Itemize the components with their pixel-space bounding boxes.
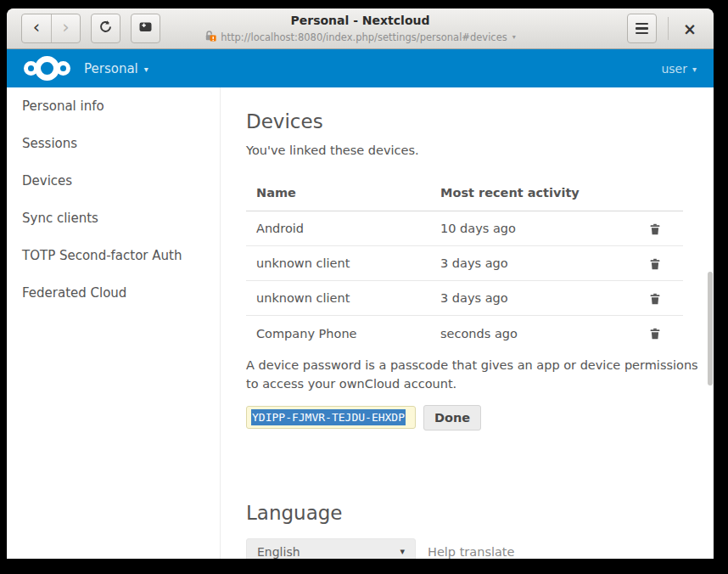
sidebar-item-devices[interactable]: Devices [7,162,220,200]
language-select[interactable]: English ▾ [246,538,416,559]
delete-device-button[interactable] [648,257,662,271]
close-button[interactable]: × [679,14,701,43]
url-text: http://localhost:8080/index.php/settings… [221,31,507,43]
device-activity: 10 days ago [430,211,613,246]
history-buttons: ‹ › [21,14,81,43]
settings-sidebar: Personal info Sessions Devices Sync clie… [7,87,221,559]
sidebar-item-totp[interactable]: TOTP Second-factor Auth [7,237,220,274]
menu-icon [636,23,648,34]
user-menu-caret-icon: ▾ [692,63,697,74]
table-row: unknown client 3 days ago [246,246,683,281]
scrollbar[interactable] [708,272,713,385]
nextcloud-header: Personal ▾ user ▾ [7,49,714,87]
device-name: Company Phone [246,316,430,351]
language-select-caret-icon: ▾ [400,546,405,557]
titlebar-right-group: × [627,14,701,43]
device-activity: 3 days ago [430,246,613,281]
table-row: unknown client 3 days ago [246,281,683,316]
browser-titlebar: ‹ › [7,8,714,49]
delete-device-button[interactable] [648,327,662,340]
device-password-row: YDIPP-FJMVR-TEJDU-EHXDP Done [246,405,714,430]
table-row: Android 10 days ago [246,211,683,246]
url-dropdown-icon[interactable]: ▾ [512,33,516,41]
sidebar-item-sessions[interactable]: Sessions [7,125,220,162]
app-menu-caret-icon: ▾ [144,63,148,74]
forward-icon: › [62,19,69,39]
table-row: Company Phone seconds ago [246,316,683,351]
sidebar-item-sync-clients[interactable]: Sync clients [7,200,220,237]
nextcloud-logo-icon[interactable] [24,56,70,81]
user-menu-label: user [661,62,687,76]
browser-window: ‹ › [7,8,714,559]
language-section: Language English ▾ Help translate [246,502,714,559]
app-menu-button[interactable]: Personal ▾ [84,61,148,76]
device-password-hint: A device password is a passcode that giv… [246,356,704,394]
reload-button[interactable] [91,14,120,43]
trash-icon [648,292,662,306]
devices-section-title: Devices [246,110,714,132]
insecure-lock-icon [204,30,216,44]
devices-table: Name Most recent activity Android 10 day… [246,179,683,351]
language-selected-value: English [257,545,400,559]
trash-icon [648,222,662,236]
forward-button[interactable]: › [51,14,80,42]
device-name: unknown client [246,246,430,281]
window-title: Personal - Nextcloud [143,14,578,28]
device-activity: seconds ago [430,316,613,351]
sidebar-item-personal-info[interactable]: Personal info [7,87,220,125]
sidebar-item-federated-cloud[interactable]: Federated Cloud [7,274,220,312]
menu-button[interactable] [627,14,657,43]
trash-icon [648,327,662,340]
settings-page: Personal info Sessions Devices Sync clie… [7,87,714,559]
user-menu-button[interactable]: user ▾ [661,62,697,76]
nav-button-group: ‹ › [21,14,160,43]
trash-icon [648,257,662,271]
done-button[interactable]: Done [423,405,481,430]
delete-device-button[interactable] [648,292,662,306]
back-icon: ‹ [33,19,40,39]
titlebar-center: Personal - Nextcloud http://localhost:80… [143,14,578,44]
column-header-activity: Most recent activity [430,179,613,211]
language-section-title: Language [246,502,714,524]
device-password-value: YDIPP-FJMVR-TEJDU-EHXDP [251,409,406,425]
close-icon: × [683,20,697,38]
device-password-input[interactable]: YDIPP-FJMVR-TEJDU-EHXDP [246,406,416,429]
reload-icon [98,20,113,37]
back-button[interactable]: ‹ [22,14,51,42]
app-menu-label: Personal [84,61,138,76]
help-translate-link[interactable]: Help translate [428,545,514,559]
devices-subtitle: You've linked these devices. [246,144,714,157]
url-bar[interactable]: http://localhost:8080/index.php/settings… [143,30,578,44]
titlebar-separator [668,17,669,40]
device-activity: 3 days ago [430,281,613,316]
column-header-name: Name [246,179,430,211]
delete-device-button[interactable] [648,222,662,236]
device-name: unknown client [246,281,430,316]
settings-content: Devices You've linked these devices. Nam… [221,87,714,559]
device-name: Android [246,211,430,246]
